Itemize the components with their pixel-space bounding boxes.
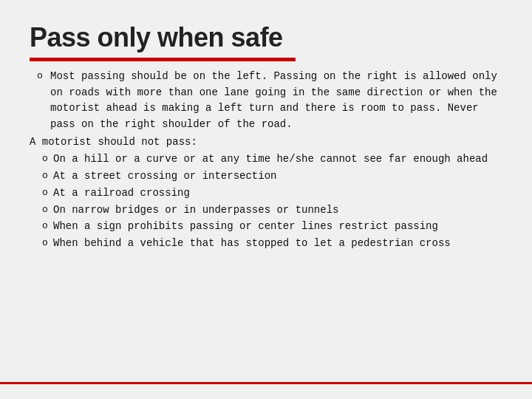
- sub-bullet-1: o On a hill or a curve or at any time he…: [37, 151, 502, 168]
- sub-bullet-5: o When a sign prohibits passing or cente…: [37, 219, 502, 235]
- sub-bullet-6: o When behind a vehicle that has stopped…: [37, 236, 502, 252]
- slide: Pass only when safe o Most passing shoul…: [0, 0, 532, 399]
- bottom-bar: [0, 382, 532, 384]
- sub-bullet-4: o On narrow bridges or in underpasses or…: [37, 202, 502, 219]
- sub-bullet-2: o At a street crossing or intersection: [37, 168, 502, 185]
- main-bullet-text: Most passing should be on the left. Pass…: [50, 69, 502, 133]
- slide-content: o Most passing should be on the left. Pa…: [30, 69, 502, 252]
- sub-bullet-sym-6: o: [37, 236, 53, 250]
- slide-title: Pass only when safe: [30, 22, 502, 53]
- sub-bullet-sym-1: o: [37, 151, 53, 166]
- sub-bullet-3: o At a railroad crossing: [37, 185, 502, 202]
- sub-bullet-text-1: On a hill or a curve or at any time he/s…: [53, 151, 502, 168]
- main-bullet-item: o Most passing should be on the left. Pa…: [30, 69, 502, 133]
- bullet-symbol-1: o: [30, 69, 50, 83]
- sub-bullet-text-2: At a street crossing or intersection: [53, 168, 502, 185]
- sub-bullet-text-6: When behind a vehicle that has stopped t…: [53, 236, 502, 252]
- sub-bullet-text-5: When a sign prohibits passing or center …: [53, 219, 502, 235]
- intro-text: A motorist should not pass:: [30, 134, 502, 151]
- sub-bullet-sym-2: o: [37, 168, 53, 183]
- sub-bullet-text-4: On narrow bridges or in underpasses or t…: [53, 202, 502, 219]
- title-underline: [30, 58, 296, 61]
- sub-bullet-sym-5: o: [37, 219, 53, 233]
- sub-bullet-text-3: At a railroad crossing: [53, 185, 502, 202]
- sub-bullet-sym-4: o: [37, 202, 53, 217]
- sub-bullet-sym-3: o: [37, 185, 53, 200]
